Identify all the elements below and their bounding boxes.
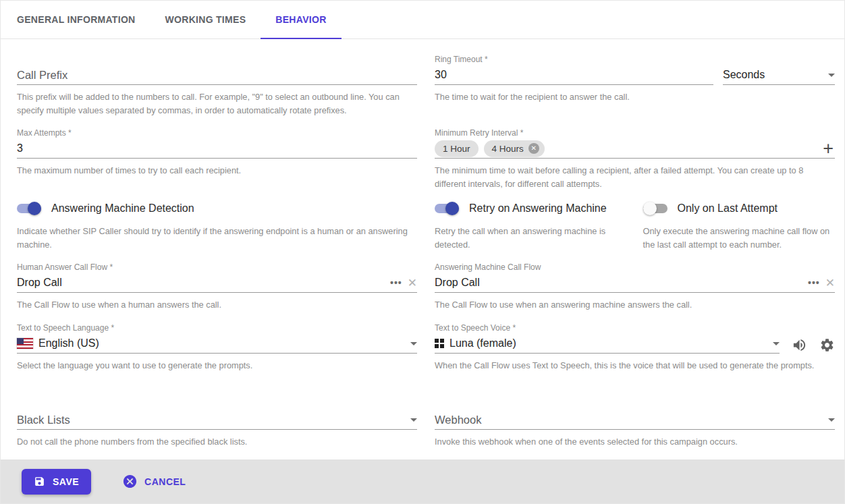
retry-on-answering-machine-toggle[interactable]	[435, 202, 459, 215]
min-retry-interval-input[interactable]: 1 Hour 4 Hours ✕ +	[435, 139, 835, 159]
human-answer-call-flow-value: Drop Call	[17, 277, 62, 289]
tts-language-select[interactable]: English (US)	[17, 334, 417, 354]
chevron-down-icon	[828, 418, 835, 422]
tts-voice-field: Text to Speech Voice * Luna (female) Whe…	[435, 323, 835, 372]
webhook-placeholder: Webhook	[435, 414, 481, 426]
retry-on-answering-machine-helper: Retry the call when an answering machine…	[435, 225, 627, 252]
behavior-form: Call Prefix This prefix will be added to…	[1, 39, 844, 459]
human-answer-call-flow-field: Human Answer Call Flow * Drop Call ••• ✕…	[17, 262, 417, 312]
tab-working-times[interactable]: WORKING TIMES	[151, 1, 261, 38]
action-bar: SAVE CANCEL	[1, 459, 844, 503]
call-prefix-helper: This prefix will be added to the numbers…	[17, 90, 417, 117]
answering-machine-call-flow-field: Answering Machine Call Flow Drop Call ••…	[435, 262, 835, 312]
tab-behavior[interactable]: BEHAVIOR	[261, 1, 341, 38]
webhook-label	[435, 399, 835, 410]
answering-machine-call-flow-input[interactable]: Drop Call ••• ✕	[435, 273, 835, 293]
tts-voice-value: Luna (female)	[449, 337, 516, 349]
gear-icon	[819, 337, 835, 353]
ring-timeout-value: 30	[435, 69, 447, 81]
volume-up-icon	[792, 337, 807, 353]
max-attempts-label: Max Attempts *	[17, 128, 417, 139]
save-button[interactable]: SAVE	[22, 469, 91, 495]
webhook-helper: Invoke this webhook when one of the even…	[435, 435, 835, 449]
ring-timeout-unit-value: Seconds	[723, 69, 765, 81]
ring-timeout-unit-select[interactable]: Seconds	[723, 65, 835, 85]
answering-machine-detection-toggle[interactable]	[17, 202, 41, 215]
tts-language-value: English (US)	[38, 337, 99, 349]
call-prefix-placeholder: Call Prefix	[17, 69, 67, 82]
call-prefix-label	[17, 54, 417, 65]
only-on-last-attempt-field: Only on Last Attempt Only execute the an…	[643, 200, 836, 252]
webhook-field: Webhook Invoke this webhook when one of …	[435, 399, 835, 449]
clear-icon[interactable]: ✕	[408, 277, 417, 289]
chevron-down-icon	[828, 74, 835, 77]
more-options-icon[interactable]: •••	[808, 277, 820, 288]
machine-toggles-group: Retry on Answering Machine Retry the cal…	[435, 200, 835, 252]
chevron-down-icon	[410, 418, 417, 422]
only-on-last-attempt-helper: Only execute the answering machine call …	[643, 225, 836, 252]
black-lists-label	[17, 399, 417, 410]
us-flag-icon	[17, 338, 33, 349]
answering-machine-call-flow-value: Drop Call	[435, 277, 480, 289]
ring-timeout-input[interactable]: 30	[435, 65, 713, 85]
tts-language-field: Text to Speech Language * English (US) S…	[17, 323, 417, 372]
max-attempts-helper: The maximum number of times to try to ca…	[17, 164, 417, 177]
voice-settings-button[interactable]	[819, 337, 835, 353]
tts-voice-helper: When the Call Flow uses Text to Speech, …	[435, 359, 835, 372]
tts-voice-label: Text to Speech Voice *	[435, 323, 780, 334]
tts-voice-select[interactable]: Luna (female)	[435, 334, 780, 354]
answering-machine-call-flow-label: Answering Machine Call Flow	[435, 262, 835, 273]
ring-timeout-field: Ring Timeout * 30 Seconds The time to wa…	[435, 54, 835, 117]
black-lists-select[interactable]: Black Lists	[17, 410, 417, 430]
tts-language-helper: Select the language you want to use to g…	[17, 359, 417, 372]
save-icon	[34, 476, 45, 487]
answering-machine-detection-field: Answering Machine Detection Indicate whe…	[17, 200, 417, 252]
answering-machine-detection-label: Answering Machine Detection	[51, 202, 194, 215]
max-attempts-value: 3	[17, 142, 23, 155]
human-answer-call-flow-label: Human Answer Call Flow *	[17, 262, 417, 273]
add-interval-icon[interactable]: +	[823, 140, 835, 158]
save-button-label: SAVE	[53, 476, 79, 487]
more-options-icon[interactable]: •••	[390, 277, 402, 288]
answering-machine-call-flow-helper: The Call Flow to use when an answering m…	[435, 298, 835, 312]
retry-interval-chip[interactable]: 1 Hour	[435, 140, 479, 157]
chip-label: 1 Hour	[443, 144, 470, 154]
only-on-last-attempt-toggle[interactable]	[643, 202, 667, 215]
human-answer-call-flow-helper: The Call Flow to use when a human answer…	[17, 298, 417, 312]
min-retry-interval-label: Minimum Retry Interval *	[435, 128, 835, 139]
min-retry-interval-helper: The minimum time to wait before calling …	[435, 164, 835, 191]
retry-on-answering-machine-field: Retry on Answering Machine Retry the cal…	[435, 200, 627, 252]
black-lists-placeholder: Black Lists	[17, 414, 70, 426]
human-answer-call-flow-input[interactable]: Drop Call ••• ✕	[17, 273, 417, 293]
cancel-button-label: CANCEL	[144, 476, 186, 487]
ring-timeout-helper: The time to wait for the recipient to an…	[435, 90, 835, 104]
clear-icon[interactable]: ✕	[825, 277, 835, 289]
ring-timeout-label: Ring Timeout *	[435, 54, 835, 65]
retry-on-answering-machine-label: Retry on Answering Machine	[469, 202, 607, 215]
chip-label: 4 Hours	[492, 144, 524, 154]
chip-remove-icon[interactable]: ✕	[528, 143, 539, 154]
chevron-down-icon	[410, 342, 417, 345]
cancel-circle-icon	[122, 474, 138, 489]
black-lists-helper: Do not call the phone numbers from the s…	[17, 435, 417, 449]
play-voice-sample-button[interactable]	[792, 337, 807, 353]
voice-provider-icon	[435, 339, 444, 348]
call-prefix-input[interactable]: Call Prefix	[17, 65, 417, 85]
tts-language-label: Text to Speech Language *	[17, 323, 417, 334]
black-lists-field: Black Lists Do not call the phone number…	[17, 399, 417, 449]
call-prefix-field: Call Prefix This prefix will be added to…	[17, 54, 417, 117]
max-attempts-input[interactable]: 3	[17, 139, 417, 159]
min-retry-interval-field: Minimum Retry Interval * 1 Hour 4 Hours …	[435, 128, 835, 191]
webhook-select[interactable]: Webhook	[435, 410, 835, 430]
tab-general-information[interactable]: GENERAL INFORMATION	[2, 1, 151, 38]
chevron-down-icon	[773, 342, 780, 345]
cancel-button[interactable]: CANCEL	[122, 474, 186, 489]
answering-machine-detection-helper: Indicate whether SIP Caller should try t…	[17, 225, 417, 252]
max-attempts-field: Max Attempts * 3 The maximum number of t…	[17, 128, 417, 191]
tab-bar: GENERAL INFORMATION WORKING TIMES BEHAVI…	[1, 1, 844, 39]
retry-interval-chip[interactable]: 4 Hours ✕	[484, 140, 545, 157]
only-on-last-attempt-label: Only on Last Attempt	[678, 202, 778, 215]
